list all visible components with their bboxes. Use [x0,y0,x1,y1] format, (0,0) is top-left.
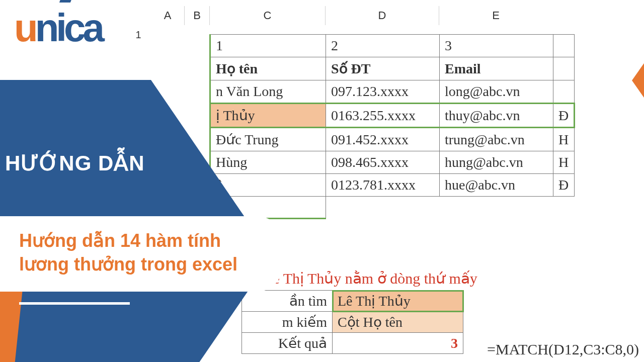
helper-table: ần tìm Lê Thị Thủy m kiếm Cột Họ tên Kết… [242,290,463,354]
logo-letter-n: n [35,6,56,50]
helper-block: tên Lê Thị Thủy nằm ở dòng thứ mấy ần tì… [242,269,477,354]
subtitle-line2: lương thưởng trong excel [19,253,267,277]
logo-letter-u: u [14,6,35,50]
col-D: D [325,6,439,25]
table-row: Họ tên Số ĐT Email [210,57,575,80]
subtitle-line1: Hướng dẫn 14 hàm tính [19,229,267,253]
col-C: C [209,6,325,25]
logo-letter-i: i [56,6,64,50]
table-row: Hùng 098.465.xxxx hung@abc.vn H [210,151,575,174]
col-E: E [439,6,552,25]
table-row: ị Thủy 0163.255.xxxx thuy@abc.vn Đ [210,104,575,128]
table-row: ần tìm Lê Thị Thủy [242,291,463,312]
table-row: Kết quả 3 [242,333,463,354]
table-row: m kiếm Cột Họ tên [242,312,463,333]
col-B: B [184,6,209,25]
subtitle-pill: Hướng dẫn 14 hàm tính lương thưởng trong… [0,216,282,292]
column-headers: A B C D E [151,6,644,25]
formula-text: =MATCH(D12,C3:C8,0) [487,341,639,358]
col-A: A [151,6,184,25]
spreadsheet-area: A B C D E 1 1 2 3 Họ tên Số ĐT Email n V… [151,6,644,25]
table-row: Đức Trung 091.452.xxxx trung@abc.vn H [210,128,575,151]
data-table: 1 2 3 Họ tên Số ĐT Email n Văn Long 097.… [209,34,575,219]
decoration-triangle-right [604,20,644,141]
table-row: ê 0123.781.xxxx hue@abc.vn Đ [210,174,575,197]
table-row [210,197,575,219]
row-number-1: 1 [126,26,151,41]
logo-letter-a: a [83,6,101,50]
underline-decoration [19,302,130,305]
logo-letter-c: c [64,6,83,50]
table-row: n Văn Long 097.123.xxxx long@abc.vn [210,80,575,104]
table-row: 1 2 3 [210,35,575,57]
unica-logo: unica [14,8,102,47]
